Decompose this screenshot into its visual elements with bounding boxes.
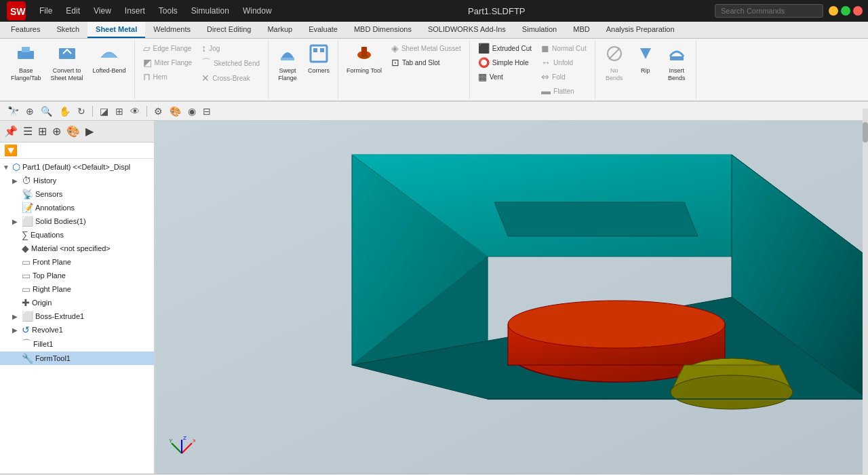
tab-weldments[interactable]: Weldments	[145, 22, 199, 38]
forming-tool-label: Forming Tool	[347, 67, 382, 75]
tree-label-solid-bodies: Solid Bodies(1)	[35, 217, 86, 225]
tree-item-material[interactable]: ▶ ◆ Material <not specified>	[0, 242, 154, 255]
tree-item-sensors[interactable]: ▶ 📡 Sensors	[0, 187, 154, 201]
close-button[interactable]	[853, 6, 863, 16]
simple-hole-button[interactable]: ⭕ Simple Hole	[474, 56, 536, 69]
maximize-button[interactable]	[841, 6, 850, 16]
tab-markup[interactable]: Markup	[259, 22, 300, 38]
vent-icon: ▦	[478, 71, 487, 82]
normal-cut-button[interactable]: ◼ Normal Cut	[537, 41, 591, 55]
fold-button[interactable]: ⇔ Fold	[537, 70, 591, 83]
app-logo: SW	[5, 0, 27, 22]
tree-item-revolve1[interactable]: ▶ ↺ Revolve1	[0, 323, 154, 337]
edge-flange-button[interactable]: ▱ Edge Flange	[139, 41, 197, 55]
tab-and-slot-button[interactable]: ⊡ Tab and Slot	[387, 56, 465, 69]
tree-item-right-plane[interactable]: ▶ ▭ Right Plane	[0, 282, 154, 296]
search-input[interactable]	[715, 4, 823, 18]
zoom-in-icon[interactable]: 🔍	[39, 104, 54, 118]
tree-item-part1[interactable]: ▼ ⬡ Part1 (Default) <<Default>_Displ	[0, 160, 154, 174]
tree-label-revolve1: Revolve1	[32, 326, 63, 334]
rip-button[interactable]: Rip	[631, 41, 660, 77]
tree-item-solid-bodies[interactable]: ▶ ⬜ Solid Bodies(1)	[0, 214, 154, 228]
pan-icon[interactable]: ✋	[57, 104, 73, 118]
flatten-button[interactable]: ▬ Flatten	[537, 84, 591, 98]
tab-features[interactable]: Features	[3, 22, 48, 38]
cross-break-button[interactable]: ✕ Cross-Break	[197, 71, 264, 85]
tree-expand-icon[interactable]: ▶	[84, 124, 95, 139]
cuts-col-2: ◼ Normal Cut ↔ Unfold ⇔ Fold ▬ Flatten	[537, 41, 591, 98]
sketched-bend-button[interactable]: ⌒ Sketched Bend	[197, 56, 264, 71]
tree-item-top-plane[interactable]: ▶ ▭ Top Plane	[0, 269, 154, 282]
tree-item-equations[interactable]: ▶ ∑ Equations	[0, 228, 154, 242]
svg-rect-7	[313, 48, 317, 52]
tree-item-fillet1[interactable]: ▶ ⌒ Fillet1	[0, 337, 154, 352]
no-bends-button[interactable]: NoBends	[599, 41, 629, 85]
tree-list-icon[interactable]: ☰	[22, 124, 34, 139]
hide-show-icon[interactable]: 👁	[128, 104, 142, 118]
appearance-icon[interactable]: 🎨	[167, 104, 183, 118]
viewport[interactable]: X Y Z	[155, 121, 868, 474]
tree-header: 📌 ☰ ⊞ ⊕ 🎨 ▶	[0, 121, 154, 142]
tree-move-icon[interactable]: ⊕	[51, 124, 62, 139]
menu-window[interactable]: Window	[236, 3, 279, 18]
extruded-cut-button[interactable]: ⬛ Extruded Cut	[474, 41, 536, 55]
minimize-button[interactable]	[829, 6, 838, 16]
tab-evaluate[interactable]: Evaluate	[300, 22, 346, 38]
convert-sheet-metal-button[interactable]: Convert toSheet Metal	[47, 41, 87, 85]
tree-item-annotations[interactable]: ▶ 📝 Annotations	[0, 201, 154, 214]
tree-color-icon[interactable]: 🎨	[65, 124, 81, 139]
tree-filter-icon[interactable]: 🔽	[3, 143, 19, 157]
tab-direct-editing[interactable]: Direct Editing	[199, 22, 259, 38]
tab-mbd-dimensions[interactable]: MBD Dimensions	[346, 22, 420, 38]
zoom-extents-icon[interactable]: ⊕	[24, 104, 36, 118]
tab-simulation[interactable]: Simulation	[514, 22, 565, 38]
tree-item-boss-extrude1[interactable]: ▶ ⬜ Boss-Extrude1	[0, 309, 154, 323]
ribbon-content: BaseFlange/Tab Convert toSheet Metal Lof…	[0, 39, 868, 101]
menu-view[interactable]: View	[87, 3, 118, 18]
unfold-button[interactable]: ↔ Unfold	[537, 56, 591, 69]
fold-icon: ⇔	[541, 71, 549, 82]
tab-sheet-metal[interactable]: Sheet Metal	[87, 22, 145, 38]
section-view-icon[interactable]: ⊞	[113, 104, 125, 118]
miter-flange-button[interactable]: ◩ Miter Flange	[139, 56, 197, 69]
vent-button[interactable]: ▦ Vent	[474, 70, 536, 83]
menu-simulation[interactable]: Simulation	[184, 3, 236, 18]
sheet-metal-gusset-button[interactable]: ◈ Sheet Metal Gusset	[387, 41, 465, 55]
svg-point-24	[508, 301, 725, 348]
insert-bends-button[interactable]: InsertBends	[662, 41, 692, 85]
display-style-icon[interactable]: ◪	[98, 104, 111, 118]
tree-icon-annotations: 📝	[22, 202, 33, 213]
tab-analysis-preparation[interactable]: Analysis Preparation	[598, 22, 683, 38]
tree-pin-icon[interactable]: 📌	[3, 124, 19, 139]
tree-grid-icon[interactable]: ⊞	[37, 124, 48, 139]
jog-button[interactable]: ↕ Jog	[197, 41, 264, 55]
menu-tools[interactable]: Tools	[152, 3, 184, 18]
lofted-bend-button[interactable]: Lofted-Bend	[89, 41, 130, 77]
rotate-icon[interactable]: ↻	[75, 104, 87, 118]
tab-mbd[interactable]: MBD	[565, 22, 597, 38]
swept-flange-button[interactable]: SweptFlange	[273, 41, 302, 85]
tree-item-history[interactable]: ▶ ⏱ History	[0, 174, 154, 187]
menu-file[interactable]: File	[33, 3, 59, 18]
swept-flange-label: SweptFlange	[278, 67, 297, 82]
base-flange-button[interactable]: BaseFlange/Tab	[7, 41, 45, 85]
tree-item-front-plane[interactable]: ▶ ▭ Front Plane	[0, 255, 154, 269]
grid-icon[interactable]: ⊟	[201, 104, 213, 118]
view-orient-icon[interactable]: 🔭	[5, 104, 21, 118]
tab-sketch[interactable]: Sketch	[48, 22, 87, 38]
svg-text:Y: Y	[169, 438, 173, 444]
edge-flange-label: Edge Flange	[153, 45, 192, 52]
menu-insert[interactable]: Insert	[118, 3, 152, 18]
tree-expander-history: ▶	[12, 177, 22, 185]
forming-tool-button[interactable]: Forming Tool	[342, 41, 386, 77]
ribbon-group-bends-inner: NoBends Rip InsertBends	[599, 41, 692, 98]
corners-button[interactable]: Corners	[304, 41, 334, 77]
tree-item-formtool1[interactable]: ▶ 🔧 FormTool1	[0, 352, 154, 365]
settings-icon[interactable]: ⚙	[152, 104, 165, 118]
tab-solidworks-addins[interactable]: SOLIDWORKS Add-Ins	[420, 22, 514, 38]
tree-item-origin[interactable]: ▶ ✚ Origin	[0, 296, 154, 309]
realview-icon[interactable]: ◉	[186, 104, 198, 118]
hem-button[interactable]: ⊓ Hem	[139, 70, 197, 83]
menu-edit[interactable]: Edit	[59, 3, 87, 18]
toolbar-tabs: Features Sketch Sheet Metal Weldments Di…	[0, 22, 868, 39]
